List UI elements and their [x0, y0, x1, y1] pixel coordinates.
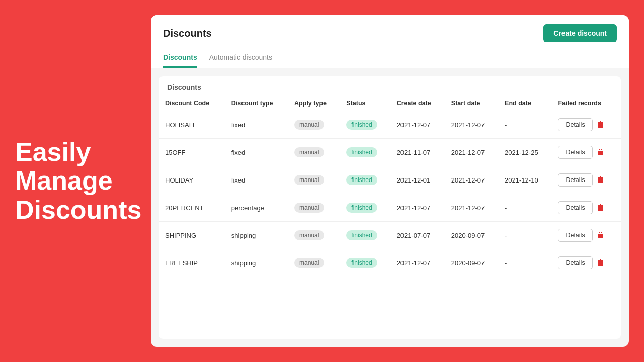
apply-badge: manual — [294, 120, 324, 130]
cell-create: 2021-12-01 — [391, 166, 445, 194]
cell-actions: Details 🗑 — [552, 249, 621, 277]
delete-button[interactable]: 🗑 — [597, 258, 605, 267]
table-row: HOLISALE fixed manual finished 2021-12-0… — [159, 111, 621, 139]
cell-type: percentage — [225, 194, 288, 222]
delete-button[interactable]: 🗑 — [597, 120, 605, 129]
details-button[interactable]: Details — [558, 201, 592, 214]
details-button[interactable]: Details — [558, 118, 592, 131]
cell-end: 2021-12-10 — [499, 166, 552, 194]
table-body: HOLISALE fixed manual finished 2021-12-0… — [159, 111, 621, 277]
tab-automatic-discounts[interactable]: Automatic discounts — [209, 49, 272, 68]
cell-status: finished — [340, 222, 390, 249]
cell-code: SHIPPING — [159, 222, 225, 249]
action-cell: Details 🗑 — [558, 146, 615, 159]
col-code: Discount Code — [159, 96, 225, 111]
cell-code: FREESHIP — [159, 249, 225, 277]
details-button[interactable]: Details — [558, 256, 592, 269]
table-scroll[interactable]: Discount Code Discount type Apply type S… — [159, 96, 621, 339]
hero-line3: Discounts — [15, 195, 141, 224]
col-end: End date — [499, 96, 552, 111]
cell-type: shipping — [225, 222, 288, 249]
details-button[interactable]: Details — [558, 173, 592, 187]
action-cell: Details 🗑 — [558, 256, 615, 269]
delete-button[interactable]: 🗑 — [597, 203, 605, 212]
cell-apply: manual — [288, 111, 340, 139]
status-badge: finished — [346, 175, 377, 185]
col-failed: Failed records — [552, 96, 621, 111]
col-create: Create date — [391, 96, 445, 111]
status-badge: finished — [346, 147, 377, 157]
delete-button[interactable]: 🗑 — [597, 231, 605, 240]
cell-start: 2021-12-07 — [445, 166, 499, 194]
col-apply: Apply type — [288, 96, 340, 111]
cell-actions: Details 🗑 — [552, 222, 621, 249]
cell-end: 2021-12-25 — [499, 139, 552, 166]
cell-type: fixed — [225, 139, 288, 166]
hero-section: Easily Manage Discounts — [0, 123, 151, 239]
table-row: FREESHIP shipping manual finished 2021-1… — [159, 249, 621, 277]
cell-type: fixed — [225, 166, 288, 194]
cell-start: 2020-09-07 — [445, 249, 499, 277]
action-cell: Details 🗑 — [558, 229, 615, 242]
details-button[interactable]: Details — [558, 229, 592, 242]
cell-apply: manual — [288, 249, 340, 277]
cell-apply: manual — [288, 139, 340, 166]
cell-end: - — [499, 249, 552, 277]
panel-header: Discounts Create discount Discounts Auto… — [151, 15, 629, 68]
apply-badge: manual — [294, 175, 324, 185]
cell-apply: manual — [288, 166, 340, 194]
cell-create: 2021-12-07 — [391, 194, 445, 222]
tab-discounts[interactable]: Discounts — [163, 49, 197, 68]
delete-button[interactable]: 🗑 — [597, 148, 605, 157]
col-start: Start date — [445, 96, 499, 111]
details-button[interactable]: Details — [558, 146, 592, 159]
status-badge: finished — [346, 258, 377, 268]
table-row: 20PERCENT percentage manual finished 202… — [159, 194, 621, 222]
cell-status: finished — [340, 194, 390, 222]
apply-badge: manual — [294, 230, 324, 240]
cell-code: HOLIDAY — [159, 166, 225, 194]
col-status: Status — [340, 96, 390, 111]
apply-badge: manual — [294, 147, 324, 157]
status-badge: finished — [346, 230, 377, 240]
apply-badge: manual — [294, 258, 324, 268]
delete-button[interactable]: 🗑 — [597, 175, 605, 185]
status-badge: finished — [346, 203, 377, 213]
tabs-container: Discounts Automatic discounts — [163, 49, 617, 68]
action-cell: Details 🗑 — [558, 118, 615, 131]
discounts-table: Discount Code Discount type Apply type S… — [159, 96, 621, 277]
cell-create: 2021-11-07 — [391, 139, 445, 166]
cell-status: finished — [340, 249, 390, 277]
cell-status: finished — [340, 111, 390, 139]
hero-line1: Easily — [15, 137, 91, 166]
hero-line2: Manage — [15, 166, 113, 195]
col-type: Discount type — [225, 96, 288, 111]
table-row: 15OFF fixed manual finished 2021-11-07 2… — [159, 139, 621, 166]
cell-code: 20PERCENT — [159, 194, 225, 222]
cell-status: finished — [340, 139, 390, 166]
cell-actions: Details 🗑 — [552, 111, 621, 139]
cell-create: 2021-12-07 — [391, 111, 445, 139]
cell-start: 2020-09-07 — [445, 222, 499, 249]
cell-end: - — [499, 194, 552, 222]
table-row: SHIPPING shipping manual finished 2021-0… — [159, 222, 621, 249]
cell-code: HOLISALE — [159, 111, 225, 139]
table-row: HOLIDAY fixed manual finished 2021-12-01… — [159, 166, 621, 194]
cell-start: 2021-12-07 — [445, 194, 499, 222]
create-discount-button[interactable]: Create discount — [543, 24, 617, 42]
cell-status: finished — [340, 166, 390, 194]
action-cell: Details 🗑 — [558, 173, 615, 187]
cell-create: 2021-12-07 — [391, 249, 445, 277]
table-section-title: Discounts — [159, 76, 621, 96]
cell-end: - — [499, 222, 552, 249]
cell-actions: Details 🗑 — [552, 139, 621, 166]
cell-type: fixed — [225, 111, 288, 139]
table-header: Discount Code Discount type Apply type S… — [159, 96, 621, 111]
panel-title-row: Discounts Create discount — [163, 24, 617, 42]
cell-actions: Details 🗑 — [552, 166, 621, 194]
cell-create: 2021-07-07 — [391, 222, 445, 249]
cell-actions: Details 🗑 — [552, 194, 621, 222]
status-badge: finished — [346, 120, 377, 130]
cell-start: 2021-12-07 — [445, 111, 499, 139]
table-container: Discounts Discount Code Discount type Ap… — [159, 76, 621, 339]
